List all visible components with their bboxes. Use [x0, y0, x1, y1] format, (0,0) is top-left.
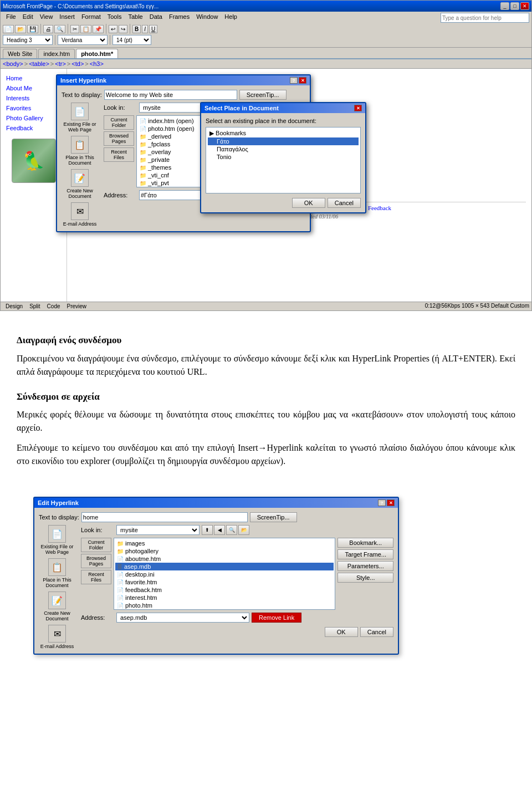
eh-style-btn[interactable]: Style...: [337, 573, 393, 583]
eh-parameters-btn[interactable]: Parameters...: [337, 561, 393, 571]
breadcrumb-tr[interactable]: <tr>: [55, 60, 66, 67]
eh-current-folder-btn[interactable]: CurrentFolder: [81, 538, 111, 552]
browsed-pages-btn[interactable]: BrowsedPages: [104, 131, 134, 146]
eh-file-item-8[interactable]: 📄 photo.htm: [115, 602, 334, 609]
menu-edit[interactable]: Edit: [19, 13, 37, 23]
eh-file-item-3[interactable]: 🗄 asep.mdb: [115, 563, 334, 570]
ih-screentip-btn[interactable]: ScreenTip...: [239, 90, 287, 100]
menu-help[interactable]: Help: [221, 13, 241, 23]
breadcrumb-body[interactable]: <body>: [3, 60, 23, 67]
eh-nav-up-btn[interactable]: ⬆: [202, 525, 213, 535]
eh-browsed-pages-btn[interactable]: BrowsedPages: [81, 554, 111, 568]
redo-btn[interactable]: ↪: [119, 25, 127, 33]
new-btn[interactable]: 📄: [3, 25, 14, 33]
eh-nav-folder-btn[interactable]: 📂: [238, 525, 249, 535]
tab-photo[interactable]: photo.htm*: [76, 49, 118, 58]
eh-file-name-4: desktop.ini: [125, 571, 155, 578]
menu-insert[interactable]: Insert: [56, 13, 78, 23]
eh-screentip-btn[interactable]: ScreenTip...: [250, 512, 297, 522]
eh-file-item-5[interactable]: 📄 favorite.htm: [115, 578, 334, 586]
eh-help-btn[interactable]: ?: [378, 499, 386, 506]
undo-btn[interactable]: ↩: [109, 25, 117, 33]
eh-bookmark-btn[interactable]: Bookmark...: [337, 538, 393, 548]
menu-file[interactable]: File: [3, 13, 19, 23]
eh-nav-back-btn[interactable]: ◀: [214, 525, 225, 535]
close-button[interactable]: ✕: [520, 2, 529, 10]
sp-tree-root[interactable]: ▶ Bookmarks: [208, 129, 359, 137]
eh-file-item-0[interactable]: 📁 images: [115, 539, 334, 547]
sp-tree-view[interactable]: ▶ Bookmarks Γάτο Παπαγάλος Τοnio: [206, 127, 361, 193]
copy-btn[interactable]: 📋: [80, 25, 91, 33]
sp-ok-btn[interactable]: OK: [292, 198, 325, 208]
size-combo[interactable]: 14 (pt): [112, 35, 151, 45]
save-btn[interactable]: 💾: [27, 25, 38, 33]
current-folder-btn[interactable]: CurrentFolder: [104, 115, 134, 130]
eh-existing-file-btn[interactable]: 📄 Existing File orWeb Page: [39, 525, 75, 555]
eh-file-item-7[interactable]: 📄 interest.htm: [115, 594, 334, 602]
recent-files-btn[interactable]: RecentFiles: [104, 147, 134, 162]
eh-email-btn[interactable]: ✉ E-mail Address: [39, 625, 75, 649]
eh-file-item-6[interactable]: 📄 feedback.htm: [115, 586, 334, 594]
sp-tree-item-2[interactable]: Τοnio: [208, 153, 359, 161]
eh-file-item-4[interactable]: 📄 desktop.ini: [115, 570, 334, 578]
ih-help-btn[interactable]: ?: [290, 77, 298, 84]
eh-file-item-2[interactable]: 📄 aboutme.htm: [115, 555, 334, 563]
eh-file-item-1[interactable]: 📁 photogallery: [115, 547, 334, 555]
eh-remove-link-btn[interactable]: Remove Link: [252, 613, 301, 623]
ih-address-label: Address:: [104, 192, 137, 198]
eh-address-combo[interactable]: asep.mdb: [116, 613, 249, 623]
sp-tree-item-0[interactable]: Γάτο: [208, 137, 359, 145]
file-name-5: _private: [148, 156, 170, 163]
menu-frames[interactable]: Frames: [166, 13, 193, 23]
eh-lookin-combo[interactable]: mysite: [116, 525, 200, 535]
eh-create-new-btn[interactable]: 📝 Create NewDocument: [39, 592, 75, 621]
eh-target-frame-btn[interactable]: Target Frame...: [337, 549, 393, 559]
sp-close-btn[interactable]: ✕: [354, 105, 362, 111]
menu-view[interactable]: View: [37, 13, 57, 23]
menu-format[interactable]: Format: [78, 13, 104, 23]
mode-code-btn[interactable]: Code: [44, 303, 63, 310]
eh-file-list[interactable]: 📁 images 📁 photogallery 📄 aboutme.htm: [114, 538, 335, 610]
menu-tools[interactable]: Tools: [104, 13, 125, 23]
eh-recent-files-btn[interactable]: RecentFiles: [81, 570, 111, 584]
menu-table[interactable]: Table: [125, 13, 146, 23]
tab-index[interactable]: index.htm: [38, 49, 75, 58]
tab-website[interactable]: Web Site: [3, 49, 37, 58]
ih-text-input[interactable]: [104, 90, 237, 100]
sp-tree-item-1[interactable]: Παπαγάλος: [208, 145, 359, 153]
italic-btn[interactable]: I: [142, 25, 148, 33]
ih-existing-file-btn[interactable]: 📄 Existing File orWeb Page: [62, 103, 98, 132]
minimize-button[interactable]: _: [500, 2, 509, 10]
breadcrumb-table[interactable]: <table>: [29, 60, 49, 67]
mode-design-btn[interactable]: Design: [3, 303, 25, 310]
font-combo[interactable]: Verdana: [58, 35, 108, 45]
eh-text-input[interactable]: [81, 512, 248, 522]
preview-btn[interactable]: 🔍: [54, 25, 65, 33]
underline-btn[interactable]: U: [149, 25, 157, 33]
eh-nav-search-btn[interactable]: 🔍: [226, 525, 237, 535]
paste-btn[interactable]: 📌: [93, 25, 104, 33]
eh-cancel-btn[interactable]: Cancel: [360, 627, 393, 637]
print-btn[interactable]: 🖨: [43, 25, 53, 33]
open-btn[interactable]: 📂: [15, 25, 26, 33]
breadcrumb-td[interactable]: <td>: [71, 60, 84, 67]
ih-close-btn[interactable]: ✕: [299, 77, 306, 84]
maximize-button[interactable]: □: [510, 2, 519, 10]
style-combo[interactable]: Heading 3: [3, 35, 53, 45]
menu-window[interactable]: Window: [193, 13, 221, 23]
ih-email-btn[interactable]: ✉ E-mail Address: [62, 202, 98, 227]
cut-btn[interactable]: ✂: [70, 25, 79, 33]
mode-split-btn[interactable]: Split: [27, 303, 43, 310]
help-search-input[interactable]: [441, 13, 529, 23]
mode-preview-btn[interactable]: Preview: [64, 303, 90, 310]
eh-ok-btn[interactable]: OK: [325, 627, 358, 637]
sp-dialog-titlebar: Select Place in Document ✕: [201, 103, 365, 113]
eh-close-btn[interactable]: ✕: [387, 499, 395, 506]
breadcrumb-h3[interactable]: <h3>: [90, 60, 104, 67]
eh-place-doc-btn[interactable]: 📋 Place in ThisDocument: [39, 558, 75, 588]
ih-place-doc-btn[interactable]: 📋 Place in ThisDocument: [62, 136, 98, 166]
sp-cancel-btn[interactable]: Cancel: [328, 198, 361, 208]
menu-data[interactable]: Data: [146, 13, 166, 23]
bold-btn[interactable]: B: [132, 25, 141, 33]
ih-create-new-btn[interactable]: 📝 Create NewDocument: [62, 169, 98, 199]
